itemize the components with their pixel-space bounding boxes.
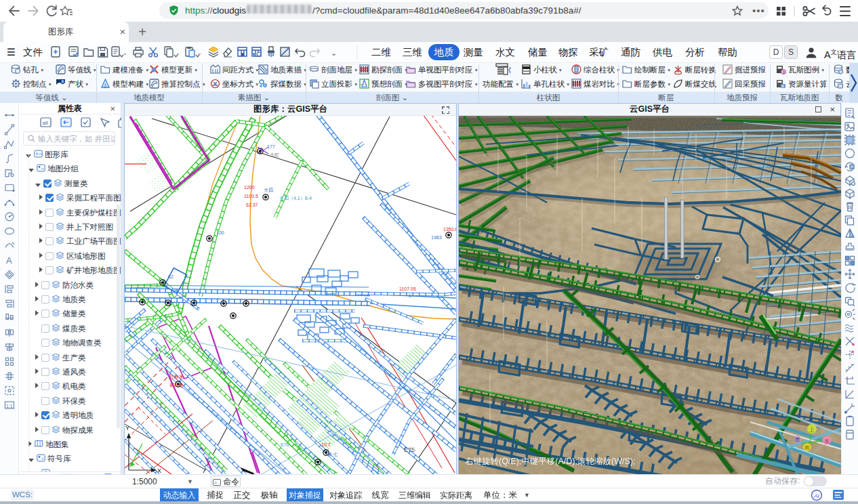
svg-text:支四（4.1）8-4: 支四（4.1）8-4 bbox=[279, 196, 312, 201]
svg-text:177: 177 bbox=[267, 144, 275, 149]
svg-text:西: 西 bbox=[795, 437, 800, 442]
svg-text:1:1: 1:1 bbox=[6, 404, 13, 408]
svg-text:大旺: 大旺 bbox=[270, 152, 279, 157]
svg-text:1107.05: 1107.05 bbox=[399, 287, 416, 291]
svg-text:1350.6: 1350.6 bbox=[443, 227, 456, 232]
svg-text:1983: 1983 bbox=[431, 235, 442, 240]
svg-text:E76: E76 bbox=[281, 442, 289, 447]
svg-text:⌄: ⌄ bbox=[123, 50, 127, 56]
svg-text:⊕: ⊕ bbox=[408, 293, 412, 298]
svg-text:A: A bbox=[6, 255, 12, 266]
svg-text:⌄: ⌄ bbox=[197, 50, 202, 56]
svg-text:E75: E75 bbox=[404, 446, 415, 453]
svg-text:T: T bbox=[62, 80, 64, 84]
svg-text:上: 上 bbox=[809, 427, 815, 433]
svg-text:1100.5: 1100.5 bbox=[244, 194, 258, 198]
svg-text:⌄: ⌄ bbox=[331, 49, 337, 57]
svg-text:东: 东 bbox=[824, 438, 830, 444]
svg-text:X: X bbox=[157, 467, 161, 474]
svg-text:62.37: 62.37 bbox=[246, 203, 258, 207]
svg-text:南: 南 bbox=[805, 445, 810, 450]
svg-text:支七: 支七 bbox=[328, 452, 338, 457]
svg-text:100: 100 bbox=[216, 230, 224, 235]
svg-text:Ai: Ai bbox=[813, 492, 820, 499]
svg-text:红联系: 红联系 bbox=[169, 375, 184, 380]
svg-text:1200: 1200 bbox=[244, 185, 255, 190]
svg-text:62: 62 bbox=[168, 274, 173, 279]
svg-text:瓦: 瓦 bbox=[782, 70, 785, 75]
svg-text:大四: 大四 bbox=[264, 188, 273, 193]
svg-text:Y: Y bbox=[125, 425, 129, 432]
svg-text:算: 算 bbox=[781, 84, 785, 88]
svg-text:10.7: 10.7 bbox=[321, 442, 331, 447]
svg-text:⌄: ⌄ bbox=[176, 50, 180, 56]
svg-text:all: all bbox=[43, 120, 48, 126]
svg-text:材料巷: 材料巷 bbox=[169, 383, 184, 388]
svg-text:右键旋转(Q/E);中键平移(A/D);滚轮缩放(W/S);: 右键旋转(Q/E);中键平移(A/D);滚轮缩放(W/S); bbox=[465, 457, 635, 466]
